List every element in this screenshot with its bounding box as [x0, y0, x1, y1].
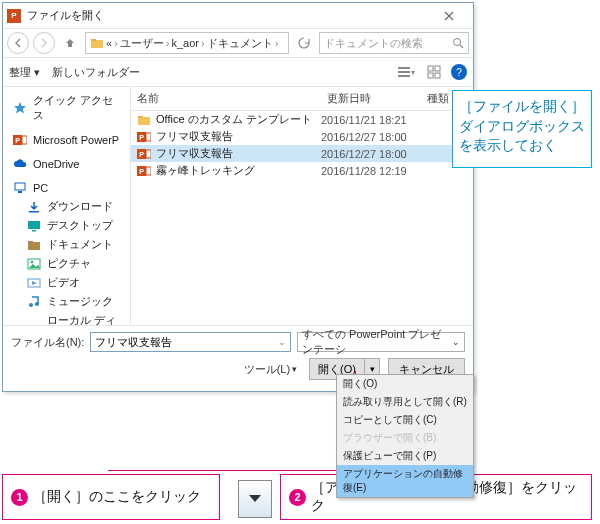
view-details-button[interactable]	[423, 61, 445, 83]
folder-icon	[90, 36, 104, 50]
sidebar-item-label: ローカル ディスク (C	[47, 313, 124, 325]
svg-point-24	[35, 302, 39, 306]
file-row[interactable]: P霧ヶ峰トレッキング2016/11/28 12:19	[131, 162, 473, 179]
crumb[interactable]: «	[106, 37, 112, 49]
svg-rect-13	[15, 183, 25, 190]
file-row[interactable]: Pフリマ収支報告2016/12/27 18:00	[131, 145, 473, 162]
refresh-button[interactable]	[293, 32, 315, 54]
sidebar-item[interactable]: デスクトップ	[3, 216, 130, 235]
svg-rect-14	[18, 191, 22, 193]
svg-rect-19	[28, 241, 33, 243]
file-name: 霧ヶ峰トレッキング	[156, 163, 255, 178]
pc-icon	[13, 181, 27, 195]
dropdown-item[interactable]: 読み取り専用として開く(R)	[337, 393, 473, 411]
file-row[interactable]: Office のカスタム テンプレート2016/11/21 18:21	[131, 111, 473, 128]
new-folder-button[interactable]: 新しいフォルダー	[52, 65, 140, 80]
close-icon	[444, 11, 454, 21]
dropdown-item[interactable]: 保護ビューで開く(P)	[337, 447, 473, 465]
file-date: 2016/12/27 18:00	[321, 148, 421, 160]
dropdown-item[interactable]: アプリケーションの自動修復(E)	[337, 465, 473, 497]
file-name: フリマ収支報告	[156, 129, 233, 144]
col-date[interactable]: 更新日時	[321, 87, 421, 110]
crumb[interactable]: k_aor	[171, 37, 199, 49]
ppt-icon: P	[13, 133, 27, 147]
svg-rect-17	[32, 230, 36, 232]
drive-icon	[27, 321, 41, 325]
folder-icon	[137, 113, 151, 127]
callout-box: ［ファイルを開く］ダイアログボックスを表示しておく	[452, 90, 592, 168]
nav-up-button[interactable]	[59, 32, 81, 54]
download-icon	[27, 200, 41, 214]
svg-point-21	[31, 260, 34, 263]
svg-rect-36	[146, 150, 151, 158]
sidebar-item-label: ダウンロード	[47, 199, 113, 214]
crumb[interactable]: ユーザー	[120, 36, 164, 51]
help-button[interactable]: ?	[451, 64, 467, 80]
sidebar-item-label: PC	[33, 182, 48, 194]
nav-forward-button[interactable]	[33, 32, 55, 54]
svg-rect-8	[428, 73, 433, 78]
col-name[interactable]: 名前	[131, 87, 321, 110]
file-row[interactable]: Pフリマ収支報告2016/12/27 18:00	[131, 128, 473, 145]
organize-menu[interactable]: 整理 ▾	[9, 65, 40, 80]
file-name: フリマ収支報告	[156, 146, 233, 161]
titlebar: P ファイルを開く	[3, 3, 473, 29]
sidebar-item-label: OneDrive	[33, 158, 79, 170]
body-area: クイック アクセスPMicrosoft PowerPOneDrivePCダウンロ…	[3, 87, 473, 325]
svg-point-23	[29, 303, 33, 307]
svg-rect-1	[91, 39, 96, 41]
svg-rect-0	[91, 40, 103, 48]
filename-input[interactable]: フリマ収支報告⌄	[90, 332, 291, 352]
nav-back-button[interactable]	[7, 32, 29, 54]
instruction-1: 1 ［開く］のここをクリック	[2, 474, 220, 520]
desktop-icon	[27, 219, 41, 233]
sidebar-item[interactable]: ミュージック	[3, 292, 130, 311]
sidebar: クイック アクセスPMicrosoft PowerPOneDrivePCダウンロ…	[3, 87, 131, 325]
filename-label: ファイル名(N):	[11, 335, 84, 350]
sidebar-item[interactable]: OneDrive	[3, 155, 130, 173]
powerpoint-icon: P	[7, 9, 21, 23]
sidebar-item[interactable]: クイック アクセス	[3, 91, 130, 125]
view-list-button[interactable]: ▾	[395, 61, 417, 83]
sidebar-item[interactable]: ダウンロード	[3, 197, 130, 216]
sidebar-item[interactable]: ピクチャ	[3, 254, 130, 273]
dropdown-item: ブラウザーで開く(B)	[337, 429, 473, 447]
crumb[interactable]: ドキュメント	[207, 36, 273, 51]
video-icon	[27, 276, 41, 290]
sidebar-item[interactable]: PC	[3, 179, 130, 197]
svg-text:P: P	[139, 168, 144, 175]
svg-rect-15	[29, 211, 39, 213]
tools-menu[interactable]: ツール(L)▾	[244, 362, 297, 377]
sidebar-item-label: クイック アクセス	[33, 93, 124, 123]
close-button[interactable]	[429, 4, 469, 28]
breadcrumb[interactable]: «› ユーザー› k_aor› ドキュメント›	[85, 32, 289, 54]
file-date: 2016/11/21 18:21	[321, 114, 421, 126]
dropdown-item[interactable]: 開く(O)	[337, 375, 473, 393]
file-date: 2016/12/27 18:00	[321, 131, 421, 143]
open-dropdown-menu: 開く(O)読み取り専用として開く(R)コピーとして開く(C)ブラウザーで開く(B…	[336, 374, 474, 498]
svg-rect-4	[398, 71, 410, 73]
instruction-1-text: ［開く］のここをクリック	[33, 488, 201, 506]
search-input[interactable]: ドキュメントの検索	[319, 32, 469, 54]
svg-rect-6	[428, 66, 433, 71]
file-date: 2016/11/28 12:19	[321, 165, 421, 177]
sidebar-item[interactable]: ドキュメント	[3, 235, 130, 254]
column-headers[interactable]: 名前 更新日時 種類	[131, 87, 473, 111]
sidebar-item-label: ビデオ	[47, 275, 80, 290]
sidebar-item[interactable]: PMicrosoft PowerP	[3, 131, 130, 149]
dialog-title: ファイルを開く	[27, 8, 104, 23]
svg-text:P: P	[139, 151, 144, 158]
svg-rect-16	[28, 221, 40, 229]
cloud-icon	[13, 157, 27, 171]
music-icon	[27, 295, 41, 309]
leader-line	[108, 470, 355, 471]
file-list[interactable]: 名前 更新日時 種類 Office のカスタム テンプレート2016/11/21…	[131, 87, 473, 325]
dropdown-thumb-preview	[238, 480, 272, 518]
svg-rect-18	[28, 242, 40, 250]
sidebar-item[interactable]: ビデオ	[3, 273, 130, 292]
svg-rect-39	[146, 167, 151, 175]
sidebar-item[interactable]: ローカル ディスク (C	[3, 311, 130, 325]
dropdown-item[interactable]: コピーとして開く(C)	[337, 411, 473, 429]
filetype-filter[interactable]: すべての PowerPoint プレゼンテーシ⌄	[297, 332, 465, 352]
file-open-dialog: P ファイルを開く «› ユーザー› k_aor› ドキュメント› ドキュメント…	[2, 2, 474, 392]
